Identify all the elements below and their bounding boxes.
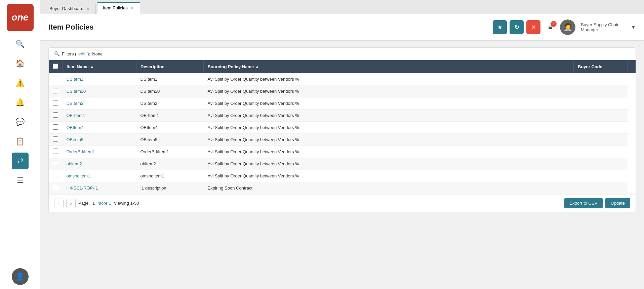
row-checkbox-7[interactable]: [53, 161, 58, 166]
table-row: omspoitem1 omspoitem1 Avl Split by Order…: [49, 170, 636, 182]
user-dropdown-button[interactable]: ▼: [631, 24, 636, 30]
cell-description-6: OrderBrkItem1: [136, 146, 204, 158]
col-sourcing-policy-label: Sourcing Policy Name ▲: [208, 64, 259, 69]
cell-check-2[interactable]: [49, 97, 63, 110]
col-header-description[interactable]: Description: [136, 60, 204, 73]
row-checkbox-3[interactable]: [53, 112, 58, 118]
table-row: DSItem10 DSItem10 Avl Split by Order Qua…: [49, 85, 636, 97]
cell-sourcing-policy-7: Avl Split by Order Quantity between Vend…: [204, 158, 574, 170]
sidebar-item-transfers[interactable]: ⇄: [12, 153, 29, 169]
row-checkbox-0[interactable]: [53, 76, 58, 81]
cell-buyer-code-7: [574, 158, 628, 170]
app-logo[interactable]: one: [7, 4, 34, 31]
item-link-7[interactable]: obltem2: [67, 161, 82, 166]
sidebar-item-home[interactable]: 🏠: [12, 55, 29, 72]
favorite-button[interactable]: ★: [493, 20, 507, 34]
cell-buyer-code-0: [574, 73, 628, 85]
col-header-buyer-code[interactable]: Buyer Code: [574, 60, 628, 73]
cell-buyer-code-1: [574, 85, 628, 97]
user-info: Buyer Supply Chain Manager ▼: [581, 22, 636, 32]
refresh-button[interactable]: ↻: [510, 20, 524, 34]
select-all-checkbox[interactable]: [53, 64, 58, 69]
menu-button[interactable]: ≡ 1: [543, 20, 557, 34]
table-row: DSItem2 DSItem2 Avl Split by Order Quant…: [49, 97, 636, 110]
tab-item-policies-label: Item Policies: [103, 5, 128, 10]
current-page: 1: [92, 201, 95, 206]
export-csv-button[interactable]: Export to CSV: [564, 198, 603, 208]
cell-description-5: OBitem5: [136, 134, 204, 146]
cell-check-7[interactable]: [49, 158, 63, 170]
sidebar-item-documents[interactable]: 📋: [12, 133, 29, 150]
cell-sourcing-policy-2: Avl Split by Order Quantity between Vend…: [204, 97, 574, 110]
next-page-button[interactable]: ›: [66, 199, 76, 208]
cell-item-name-5: OBitem5: [63, 134, 136, 146]
tab-buyer-dashboard-close[interactable]: ✕: [86, 6, 90, 11]
item-link-1[interactable]: DSItem10: [67, 89, 86, 94]
cell-item-name-6: OrderBrkItem1: [63, 146, 136, 158]
sidebar: one 🔍 🏠 ⚠️ 🔔 💬 📋 ⇄ ☰ 👤: [0, 0, 40, 289]
page-label: Page:: [78, 201, 90, 206]
cell-check-3[interactable]: [49, 110, 63, 122]
col-header-item-name[interactable]: Item Name ▲: [63, 60, 136, 73]
cell-check-4[interactable]: [49, 122, 63, 134]
cell-item-name-4: OBItem4: [63, 122, 136, 134]
close-page-button[interactable]: ✕: [526, 20, 540, 34]
more-pages-link[interactable]: more...: [97, 201, 111, 206]
cell-check-9[interactable]: [49, 182, 63, 194]
cell-check-1[interactable]: [49, 85, 63, 97]
cell-sourcing-policy-6: Avl Split by Order Quantity between Vend…: [204, 146, 574, 158]
update-button[interactable]: Update: [605, 198, 630, 208]
filters-edit-link[interactable]: edit: [78, 51, 85, 56]
row-checkbox-8[interactable]: [53, 173, 58, 178]
cell-buyer-code-8: [574, 170, 628, 182]
sidebar-item-search[interactable]: 🔍: [12, 36, 29, 52]
cell-item-name-7: obltem2: [63, 158, 136, 170]
row-checkbox-6[interactable]: [53, 149, 58, 154]
cell-description-8: omspoitem1: [136, 170, 204, 182]
table-row: obltem2 obltem2 Avl Split by Order Quant…: [49, 158, 636, 170]
col-header-check[interactable]: [49, 60, 63, 73]
sidebar-user-avatar[interactable]: 👤: [12, 268, 29, 285]
user-avatar: 🧑‍💼: [560, 19, 575, 35]
pagination-bar: ‹ › Page: 1 more... Viewing 1-50 Export …: [49, 194, 636, 212]
cell-check-6[interactable]: [49, 146, 63, 158]
cell-item-name-1: DSItem10: [63, 85, 136, 97]
col-item-name-label: Item Name ▲: [67, 64, 94, 69]
cell-description-2: DSItem2: [136, 97, 204, 110]
table-row: OBitem5 OBitem5 Avl Split by Order Quant…: [49, 134, 636, 146]
tab-buyer-dashboard-label: Buyer Dashboard: [49, 6, 83, 11]
cell-check-8[interactable]: [49, 170, 63, 182]
tab-buyer-dashboard[interactable]: Buyer Dashboard ✕: [44, 3, 96, 14]
table-header-row: Item Name ▲ Description Sourcing Policy …: [49, 60, 636, 73]
table-row: OrderBrkItem1 OrderBrkItem1 Avl Split by…: [49, 146, 636, 158]
filters-label-close: ):: [87, 51, 90, 56]
item-link-8[interactable]: omspoitem1: [67, 173, 90, 178]
sidebar-item-menu[interactable]: ☰: [12, 172, 29, 189]
item-link-3[interactable]: OB-Item1: [67, 113, 85, 118]
item-link-9[interactable]: H4-SC1-ROP-I1: [67, 185, 98, 191]
col-header-sourcing-policy[interactable]: Sourcing Policy Name ▲: [204, 60, 574, 73]
sidebar-item-alerts[interactable]: ⚠️: [12, 75, 29, 91]
row-checkbox-4[interactable]: [53, 124, 58, 130]
row-checkbox-1[interactable]: [53, 88, 58, 93]
tab-item-policies[interactable]: Item Policies ✕: [97, 2, 140, 14]
item-link-0[interactable]: DSItem1: [67, 77, 84, 82]
item-link-6[interactable]: OrderBrkItem1: [67, 149, 95, 154]
menu-badge: 1: [551, 21, 557, 27]
cell-sourcing-policy-9: Expiring Soon Contract: [204, 182, 574, 194]
sidebar-item-notifications[interactable]: 🔔: [12, 94, 29, 111]
cell-description-1: DSItem10: [136, 85, 204, 97]
cell-check-0[interactable]: [49, 73, 63, 85]
cell-check-5[interactable]: [49, 134, 63, 146]
row-checkbox-9[interactable]: [53, 185, 58, 190]
tab-item-policies-close[interactable]: ✕: [130, 6, 134, 10]
item-link-5[interactable]: OBitem5: [67, 137, 84, 142]
prev-page-button[interactable]: ‹: [54, 199, 64, 208]
tab-bar: Buyer Dashboard ✕ Item Policies ✕: [40, 0, 644, 14]
main-area: Buyer Dashboard ✕ Item Policies ✕ Item P…: [40, 0, 644, 289]
sidebar-item-messages[interactable]: 💬: [12, 114, 29, 130]
item-link-4[interactable]: OBItem4: [67, 125, 84, 130]
item-link-2[interactable]: DSItem2: [67, 101, 84, 106]
row-checkbox-2[interactable]: [53, 100, 58, 106]
row-checkbox-5[interactable]: [53, 136, 58, 142]
